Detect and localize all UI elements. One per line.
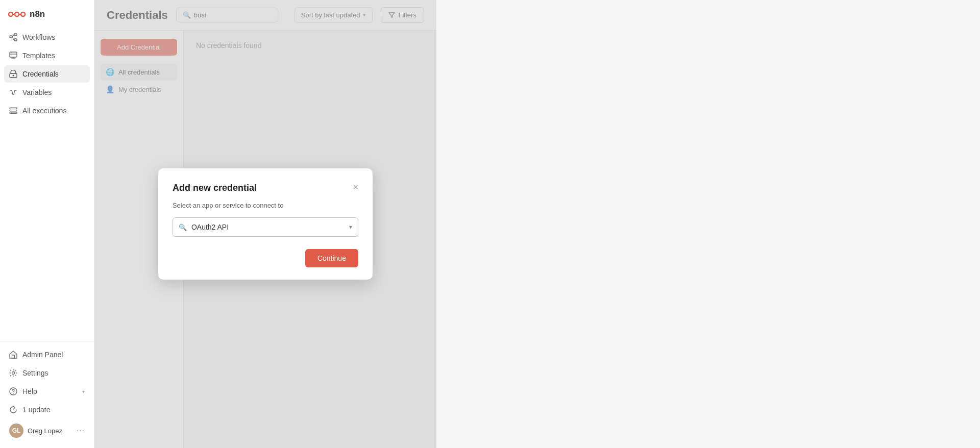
- sidebar-item-update[interactable]: 1 update: [4, 401, 90, 418]
- credentials-icon: [9, 70, 17, 78]
- sidebar-nav: Workflows Templates Credentia: [0, 27, 94, 341]
- sidebar-item-label-settings: Settings: [22, 369, 48, 377]
- sidebar-item-label-executions: All executions: [22, 107, 66, 115]
- credential-type-select[interactable]: OAuth2 API: [173, 217, 358, 237]
- sidebar-item-label-admin: Admin Panel: [22, 351, 63, 359]
- add-credential-modal: Add new credential × Select an app or se…: [158, 168, 373, 280]
- svg-point-0: [9, 12, 13, 16]
- sidebar-item-variables[interactable]: Variables: [4, 84, 90, 101]
- sidebar-item-label-workflows: Workflows: [22, 33, 55, 41]
- sidebar-item-templates[interactable]: Templates: [4, 47, 90, 64]
- svg-rect-17: [10, 110, 17, 112]
- svg-rect-7: [14, 39, 17, 41]
- sidebar-item-workflows[interactable]: Workflows: [4, 29, 90, 46]
- select-chevron-icon: ▾: [349, 223, 352, 231]
- sidebar-bottom: Admin Panel Settings Help ▾: [0, 341, 94, 448]
- logo-text: n8n: [30, 9, 45, 19]
- sidebar-item-label-help: Help: [22, 387, 37, 395]
- modal-close-button[interactable]: ×: [353, 183, 358, 192]
- sidebar-item-label-update: 1 update: [22, 406, 51, 414]
- modal-header: Add new credential ×: [173, 183, 358, 193]
- svg-rect-19: [12, 355, 15, 358]
- avatar: GL: [9, 424, 23, 438]
- user-name: Greg Lopez: [28, 427, 72, 435]
- continue-button[interactable]: Continue: [305, 249, 358, 267]
- home-icon: [9, 351, 17, 359]
- sidebar-item-credentials[interactable]: Credentials: [4, 65, 90, 83]
- help-chevron: ▾: [82, 389, 85, 394]
- sidebar-item-label-templates: Templates: [22, 52, 55, 60]
- select-search-icon: 🔍: [179, 223, 187, 231]
- sidebar-item-admin[interactable]: Admin Panel: [4, 346, 90, 363]
- update-icon: [9, 406, 17, 414]
- executions-icon: [9, 107, 17, 115]
- svg-point-22: [13, 393, 13, 393]
- sidebar-item-settings[interactable]: Settings: [4, 364, 90, 382]
- svg-line-8: [12, 35, 14, 37]
- n8n-logo-icon: [8, 9, 26, 19]
- credential-type-select-wrapper: 🔍 OAuth2 API ▾: [173, 217, 358, 237]
- svg-rect-10: [10, 52, 17, 57]
- main-area: Credentials 🔍 Sort by last updated ▾ Fil…: [94, 0, 436, 448]
- svg-rect-16: [10, 108, 17, 109]
- variables-icon: [9, 88, 17, 96]
- svg-line-9: [12, 37, 14, 40]
- svg-point-15: [13, 75, 14, 77]
- modal-subtitle: Select an app or service to connect to: [173, 202, 358, 209]
- workflows-icon: [9, 33, 17, 41]
- svg-rect-18: [10, 112, 17, 114]
- user-row[interactable]: GL Greg Lopez ···: [4, 419, 90, 442]
- modal-footer: Continue: [173, 249, 358, 267]
- svg-rect-5: [10, 36, 12, 38]
- sidebar-item-executions[interactable]: All executions: [4, 102, 90, 119]
- svg-rect-6: [14, 34, 17, 36]
- sidebar: n8n Workflows: [0, 0, 94, 448]
- logo[interactable]: n8n: [0, 0, 94, 27]
- sidebar-item-label-credentials: Credentials: [22, 70, 59, 78]
- help-icon: [9, 387, 17, 395]
- sidebar-item-help[interactable]: Help ▾: [4, 383, 90, 400]
- modal-overlay: Add new credential × Select an app or se…: [94, 0, 436, 448]
- templates-icon: [9, 52, 17, 60]
- sidebar-item-label-variables: Variables: [22, 88, 52, 96]
- svg-point-1: [15, 12, 19, 16]
- modal-title: Add new credential: [173, 183, 257, 193]
- svg-point-20: [12, 372, 15, 375]
- svg-point-2: [21, 12, 25, 16]
- user-more-icon[interactable]: ···: [77, 426, 85, 435]
- gear-icon: [9, 369, 17, 377]
